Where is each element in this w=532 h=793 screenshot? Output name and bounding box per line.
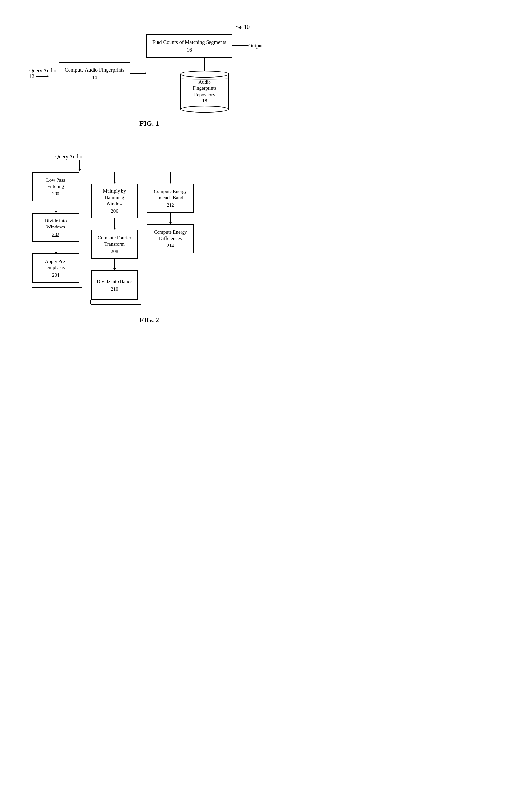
- ref10-number: 10: [244, 24, 250, 31]
- apply-pre-emphasis-num: 204: [52, 272, 59, 278]
- query-audio-label: Query Audio: [29, 68, 56, 73]
- find-counts-box: Find Counts of Matching Segments 16: [147, 34, 232, 57]
- apply-pre-emphasis-title: Apply Pre-emphasis: [37, 258, 74, 271]
- db-label: Audio Fingerprints Repository 18: [193, 79, 216, 104]
- divide-windows-title: Divide into Windows: [37, 218, 74, 230]
- fig2-col1: Low Pass Filtering 200 Divide into Windo…: [29, 172, 82, 289]
- col2-arrow1-icon: [112, 218, 117, 230]
- db-bottom-ellipse: [180, 106, 229, 113]
- compute-fingerprints-num: 14: [64, 75, 125, 80]
- section-divider: [16, 137, 266, 147]
- col3-arrow1-icon: [168, 213, 173, 224]
- col1-arrow1-icon: [53, 202, 58, 213]
- fig2-query-audio-label: Query Audio: [55, 154, 266, 160]
- find-counts-row: Find Counts of Matching Segments 16 Outp…: [147, 34, 263, 57]
- fig2-query-audio-text: Query Audio: [55, 154, 82, 159]
- query-audio-right-arrow-icon: [36, 74, 49, 79]
- col2-arrow2-icon: [112, 259, 117, 271]
- hamming-window-title: Multiply by Hamming Window: [96, 188, 133, 207]
- divide-windows-num: 202: [52, 232, 59, 237]
- db-title-line2: Fingerprints: [193, 86, 216, 91]
- col1-bottom-connector-icon: [29, 283, 82, 289]
- fig1-caption: FIG. 1: [29, 119, 266, 128]
- fig1-section: ↙ 10 Query Audio 12 Compute Audio Finger…: [16, 13, 266, 128]
- db-title-line1: Audio: [198, 79, 211, 85]
- svg-marker-1: [47, 75, 49, 78]
- col3-top-arrow-icon: [168, 172, 173, 184]
- divide-bands-box: Divide into Bands 210: [91, 271, 138, 300]
- svg-marker-7: [203, 57, 206, 59]
- db-left-side: [180, 74, 181, 109]
- col1-arrow2-icon: [53, 242, 58, 254]
- compute-energy-band-box: Compute Energy in each Band 212: [147, 184, 194, 213]
- db-up-arrow-icon: [202, 57, 207, 71]
- ref10-wrapper: ↙ 10: [29, 23, 266, 31]
- fig2-col2: Multiply by Hamming Window 206 Compute F…: [88, 172, 141, 307]
- hamming-window-box: Multiply by Hamming Window 206: [91, 184, 138, 219]
- query-audio-section: Query Audio 12: [29, 68, 56, 79]
- fig2-initial-arrow: [77, 160, 266, 172]
- query-audio-number: 12: [29, 73, 34, 79]
- compute-energy-diff-title: Compute Energy Differences: [152, 229, 189, 242]
- hamming-window-num: 206: [111, 208, 118, 214]
- compute-energy-band-title: Compute Energy in each Band: [152, 188, 189, 201]
- col2-bottom-connector-icon: [88, 300, 141, 306]
- fig2-columns: Low Pass Filtering 200 Divide into Windo…: [29, 172, 266, 307]
- compute-energy-band-num: 212: [167, 202, 174, 208]
- low-pass-box: Low Pass Filtering 200: [32, 172, 79, 202]
- fig2-section: Query Audio Low Pass Filtering 200: [16, 147, 266, 338]
- ref10-arrow-icon: ↙: [234, 22, 244, 32]
- find-counts-title: Find Counts of Matching Segments: [152, 39, 226, 45]
- compute-energy-diff-box: Compute Energy Differences 214: [147, 224, 194, 254]
- fig2-initial-down-arrow-icon: [77, 160, 82, 171]
- divide-bands-title: Divide into Bands: [97, 278, 132, 285]
- fourier-transform-box: Compute Fourier Transform 208: [91, 230, 138, 259]
- fig2-caption: FIG. 2: [29, 316, 266, 324]
- compute-energy-diff-num: 214: [167, 243, 174, 248]
- compute-fingerprints-title: Compute Audio Fingerprints: [64, 67, 125, 72]
- output-arrow-icon: [232, 43, 248, 49]
- compute-fingerprints-box: Compute Audio Fingerprints 14: [59, 62, 130, 85]
- divide-windows-box: Divide into Windows 202: [32, 213, 79, 242]
- fig2-col3: Compute Energy in each Band 212 Compute …: [147, 172, 194, 254]
- fourier-transform-num: 208: [111, 248, 118, 254]
- find-counts-section: Find Counts of Matching Segments 16 Outp…: [147, 34, 263, 113]
- db-title-line3: Repository: [194, 92, 215, 97]
- svg-marker-9: [78, 169, 81, 171]
- flow-arrow-1-icon: [130, 71, 147, 76]
- fourier-transform-title: Compute Fourier Transform: [96, 235, 133, 247]
- db-number: 18: [202, 98, 207, 103]
- low-pass-num: 200: [52, 191, 59, 197]
- database-shape: Audio Fingerprints Repository 18: [180, 71, 229, 113]
- fig1-flow-row: Query Audio 12 Compute Audio Fingerprint…: [29, 34, 266, 113]
- find-counts-num: 16: [152, 47, 226, 53]
- apply-pre-emphasis-box: Apply Pre-emphasis 204: [32, 254, 79, 283]
- output-label: Output: [248, 43, 263, 49]
- low-pass-title: Low Pass Filtering: [37, 177, 74, 190]
- page: ↙ 10 Query Audio 12 Compute Audio Finger…: [16, 13, 266, 409]
- divide-bands-num: 210: [111, 286, 118, 292]
- db-right-side: [228, 74, 229, 109]
- col2-top-arrow-icon: [112, 172, 117, 184]
